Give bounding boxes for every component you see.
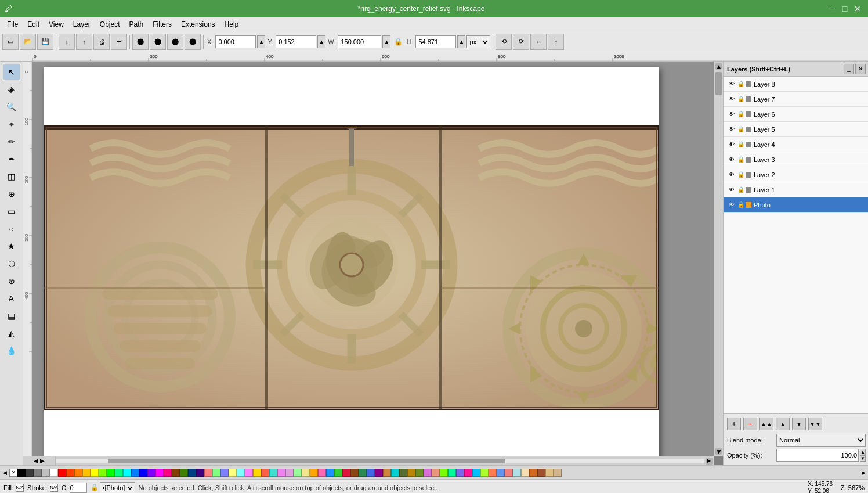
palette-color-black[interactable] xyxy=(17,469,26,477)
menu-filters[interactable]: Filters xyxy=(148,19,176,30)
palette-color-crimson[interactable] xyxy=(342,469,350,477)
layer-selector[interactable]: •[Photo] Layer 1 Layer 2 xyxy=(100,482,135,494)
palette-color-coral[interactable] xyxy=(489,469,497,477)
layer-1-vis-icon[interactable]: 👁 xyxy=(727,185,736,195)
scroll-up-arrow[interactable]: ▲ xyxy=(715,63,722,70)
palette-color-3[interactable] xyxy=(82,469,91,477)
layer-down-button[interactable]: ▼ xyxy=(792,418,806,430)
palette-color-10[interactable] xyxy=(188,469,196,477)
palette-color-powderblue[interactable] xyxy=(513,469,521,477)
align-right-button[interactable]: ⬤ xyxy=(167,34,183,50)
menu-edit[interactable]: Edit xyxy=(23,19,44,30)
layer-8-lock-icon[interactable]: 🔒 xyxy=(736,80,746,89)
scroll-thumb-h[interactable] xyxy=(108,459,505,463)
palette-color-dodger[interactable] xyxy=(326,469,334,477)
dropper-tool-button[interactable]: 💧 xyxy=(3,343,20,359)
palette-color-olivedrab[interactable] xyxy=(415,469,424,477)
palette-color-2[interactable] xyxy=(66,469,74,477)
layer-item-5[interactable]: 👁 🔒 Layer 5 xyxy=(724,122,868,137)
open-button[interactable]: 📂 xyxy=(20,34,36,50)
palette-color-darkcyan[interactable] xyxy=(391,469,399,477)
palette-color-greenyellow[interactable] xyxy=(480,469,489,477)
menu-extensions[interactable]: Extensions xyxy=(176,19,220,30)
circle-tool-button[interactable]: ○ xyxy=(3,221,20,237)
palette-color-blue[interactable] xyxy=(139,469,147,477)
h-input[interactable] xyxy=(415,35,456,48)
save-button[interactable]: 💾 xyxy=(37,34,53,50)
lock-aspect-button[interactable]: 🔒 xyxy=(392,35,404,48)
layer-6-vis-icon[interactable]: 👁 xyxy=(727,110,736,119)
palette-color-14[interactable] xyxy=(220,469,229,477)
palette-color-violet[interactable] xyxy=(277,469,285,477)
palette-color-peru[interactable] xyxy=(383,469,391,477)
close-button[interactable]: ✕ xyxy=(852,3,863,14)
palette-color-12[interactable] xyxy=(204,469,212,477)
eraser-tool-button[interactable]: ◫ xyxy=(3,168,20,185)
minimize-button[interactable]: ─ xyxy=(826,3,838,14)
opacity-input[interactable] xyxy=(776,449,859,462)
layer-5-vis-icon[interactable]: 👁 xyxy=(727,125,736,134)
node-tool-button[interactable]: ◈ xyxy=(3,81,20,98)
palette-color-turq[interactable] xyxy=(269,469,277,477)
palette-color-red[interactable] xyxy=(58,469,66,477)
palette-color-17[interactable] xyxy=(245,469,253,477)
palette-right-arrow[interactable]: ▶ xyxy=(859,468,868,477)
palette-color-8[interactable] xyxy=(164,469,172,477)
palette-color-7[interactable] xyxy=(147,469,155,477)
layer-up-button[interactable]: ▲ xyxy=(776,418,790,430)
3dbox-tool-button[interactable]: ⬡ xyxy=(3,256,20,272)
palette-color-yellow[interactable] xyxy=(91,469,99,477)
print-button[interactable]: 🖨 xyxy=(93,34,110,50)
menu-help[interactable]: Help xyxy=(220,19,244,30)
scroll-down-arrow[interactable]: ▼ xyxy=(715,448,722,455)
palette-color-15[interactable] xyxy=(229,469,237,477)
palette-color-orchid[interactable] xyxy=(424,469,432,477)
layer-3-lock-icon[interactable]: 🔒 xyxy=(736,155,746,164)
layer-7-vis-icon[interactable]: 👁 xyxy=(727,95,736,104)
layer-1-lock-icon[interactable]: 🔒 xyxy=(736,185,746,195)
menu-object[interactable]: Object xyxy=(95,19,125,30)
select-tool-button[interactable]: ↖ xyxy=(3,64,20,80)
add-layer-button[interactable]: + xyxy=(727,418,741,430)
transform-button-1[interactable]: ⟲ xyxy=(496,34,512,50)
zoom-view-button[interactable]: 🔍 xyxy=(3,99,20,115)
palette-color-18[interactable] xyxy=(310,469,318,477)
palette-color-6[interactable] xyxy=(131,469,139,477)
palette-color-13[interactable] xyxy=(212,469,220,477)
opacity-status-input[interactable] xyxy=(70,483,87,493)
palette-color-tan[interactable] xyxy=(545,469,554,477)
export-button[interactable]: ↑ xyxy=(76,34,92,50)
align-left-button[interactable]: ⬤ xyxy=(132,34,149,50)
palette-color-chocolate[interactable] xyxy=(529,469,537,477)
h-spinner-up[interactable]: ▲ xyxy=(457,35,465,48)
palette-color-palegreen[interactable] xyxy=(294,469,302,477)
palette-color-pink[interactable] xyxy=(318,469,326,477)
paint-bucket-button[interactable]: ◭ xyxy=(3,325,20,341)
layers-minimize-button[interactable]: _ xyxy=(844,64,854,74)
palette-color-silver[interactable] xyxy=(42,469,50,477)
layer-item-7[interactable]: 👁 🔒 Layer 7 xyxy=(724,92,868,107)
palette-color-1[interactable] xyxy=(26,469,34,477)
palette-color-medspring[interactable] xyxy=(448,469,456,477)
scroll-thumb-v[interactable] xyxy=(715,72,722,95)
palette-color-gold[interactable] xyxy=(253,469,261,477)
palette-color-limegreen[interactable] xyxy=(334,469,342,477)
palette-color-white[interactable] xyxy=(50,469,58,477)
menu-layer[interactable]: Layer xyxy=(68,19,95,30)
palette-color-darksalmon[interactable] xyxy=(432,469,440,477)
layers-close-button[interactable]: ✕ xyxy=(855,64,866,74)
palette-color-16[interactable] xyxy=(237,469,245,477)
transform-button-3[interactable]: ↔ xyxy=(530,34,547,50)
palette-color-darkmagenta[interactable] xyxy=(375,469,383,477)
palette-color-khaki[interactable] xyxy=(302,469,310,477)
layer-to-top-button[interactable]: ▲▲ xyxy=(760,418,773,430)
layer-4-lock-icon[interactable]: 🔒 xyxy=(736,140,746,149)
transform-button-2[interactable]: ⟳ xyxy=(513,34,529,50)
menu-view[interactable]: View xyxy=(44,19,68,30)
palette-color-green[interactable] xyxy=(107,469,115,477)
photo-vis-icon[interactable]: 👁 xyxy=(727,200,736,210)
measure-tool-button[interactable]: ⌖ xyxy=(3,116,20,132)
w-spinner-up[interactable]: ▲ xyxy=(382,35,390,48)
palette-color-tan2[interactable] xyxy=(554,469,562,477)
palette-color-deepskyblue[interactable] xyxy=(472,469,480,477)
